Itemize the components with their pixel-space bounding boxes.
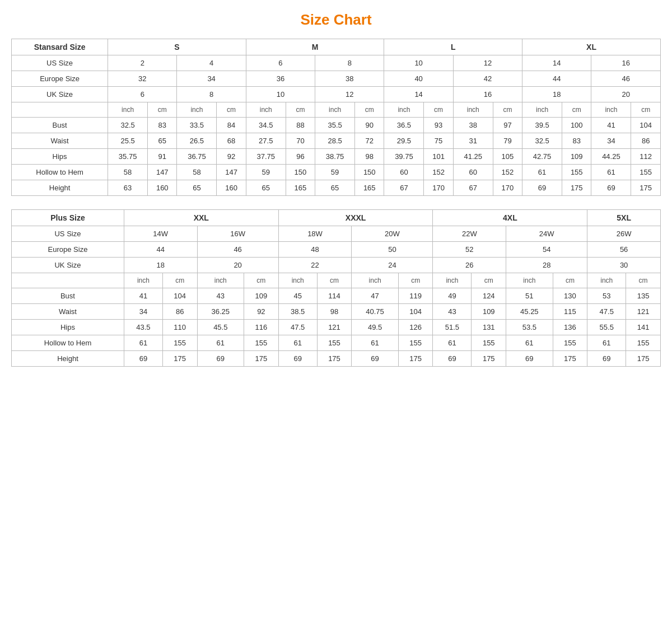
plus-unit-6: inch — [352, 273, 398, 288]
cell: 104 — [631, 118, 661, 133]
plus-size-label: Plus Size — [12, 210, 124, 226]
plus-us-26w: 26W — [587, 226, 661, 242]
cell: 152 — [424, 165, 453, 180]
cell: 75 — [424, 133, 453, 149]
us-size-row: US Size 2 4 6 8 10 12 14 16 — [12, 55, 661, 71]
cell: 41 — [124, 288, 162, 304]
table-row: Height6917569175691756917569175691756917… — [12, 351, 661, 367]
cell: 124 — [472, 288, 506, 304]
cell: 45 — [278, 288, 317, 304]
cell: 26.5 — [177, 133, 217, 149]
europe-size-row: Europe Size 32 34 36 38 40 42 44 46 — [12, 71, 661, 87]
plus-unit-12: inch — [587, 273, 626, 288]
5xl-header: 5XL — [587, 210, 661, 226]
cell: 112 — [631, 149, 661, 165]
plus-us-20w: 20W — [352, 226, 433, 242]
cell: 58 — [108, 165, 148, 180]
plus-eu-54: 54 — [506, 242, 587, 258]
cell: 152 — [493, 165, 522, 180]
plus-unit-5: cm — [317, 273, 352, 288]
cell: 69 — [587, 351, 626, 367]
cell: 49 — [433, 288, 472, 304]
cell: 68 — [217, 133, 246, 149]
cell: 150 — [286, 165, 315, 180]
cell: 69 — [352, 351, 398, 367]
cell: 155 — [317, 335, 352, 351]
cell: 175 — [631, 180, 661, 196]
cell: 69 — [506, 351, 553, 367]
cell: 101 — [424, 149, 453, 165]
cell: 44.25 — [591, 149, 631, 165]
cell: 83 — [148, 118, 177, 133]
cell: 97 — [493, 118, 522, 133]
eu-36: 36 — [246, 71, 315, 87]
plus-unit-empty — [12, 273, 124, 288]
table-row: Waist25.56526.56827.57028.57229.57531793… — [12, 133, 661, 149]
cell: 114 — [317, 288, 352, 304]
cell: 34 — [124, 304, 162, 320]
plus-unit-8: inch — [433, 273, 472, 288]
plus-uk-18: 18 — [124, 258, 197, 273]
cell: 155 — [631, 165, 661, 180]
size-group-row: Stansard Size S M L XL — [12, 39, 661, 55]
table-row: Hollow to Hem611556115561155611556115561… — [12, 335, 661, 351]
cell: 115 — [553, 304, 587, 320]
cell: 109 — [472, 304, 506, 320]
cell: 37.75 — [246, 149, 286, 165]
cell: 43 — [197, 288, 244, 304]
cell: 116 — [244, 320, 279, 335]
cell: 175 — [244, 351, 279, 367]
cell: 136 — [553, 320, 587, 335]
unit-3: cm — [217, 102, 246, 118]
uk-20: 20 — [591, 87, 661, 102]
plus-europe-size-label: Europe Size — [12, 242, 124, 258]
cell: 32.5 — [522, 133, 562, 149]
l-header: L — [384, 39, 522, 55]
cell: 69 — [197, 351, 244, 367]
cell: 34.5 — [246, 118, 286, 133]
cell: 63 — [108, 180, 148, 196]
cell: 27.5 — [246, 133, 286, 149]
cell: 86 — [631, 133, 661, 149]
cell: 61 — [591, 165, 631, 180]
cell: 39.5 — [522, 118, 562, 133]
eu-32: 32 — [108, 71, 177, 87]
cell: 121 — [317, 320, 352, 335]
cell: 100 — [562, 118, 591, 133]
cell: 32.5 — [108, 118, 148, 133]
cell: 155 — [244, 335, 279, 351]
measurement-label: Bust — [12, 118, 108, 133]
uk-16: 16 — [453, 87, 522, 102]
cell: 175 — [553, 351, 587, 367]
cell: 65 — [246, 180, 286, 196]
measurement-label: Waist — [12, 133, 108, 149]
cell: 121 — [626, 304, 661, 320]
s-header: S — [108, 39, 246, 55]
plus-us-size-label: US Size — [12, 226, 124, 242]
unit-6: inch — [315, 102, 355, 118]
cell: 61 — [506, 335, 553, 351]
cell: 61 — [352, 335, 398, 351]
cell: 175 — [398, 351, 433, 367]
cell: 34 — [591, 133, 631, 149]
cell: 60 — [384, 165, 424, 180]
unit-row-2: inch cm inch cm inch cm inch cm inch cm … — [12, 273, 661, 288]
page-title: Size Chart — [11, 11, 661, 29]
eu-44: 44 — [522, 71, 591, 87]
cell: 45.5 — [197, 320, 244, 335]
plus-uk-30: 30 — [587, 258, 661, 273]
unit-empty — [12, 102, 108, 118]
uk-size-label: UK Size — [12, 87, 108, 102]
cell: 42.75 — [522, 149, 562, 165]
unit-0: inch — [108, 102, 148, 118]
uk-6: 6 — [108, 87, 177, 102]
cell: 61 — [433, 335, 472, 351]
table-row: Bust41104431094511447119491245113053135 — [12, 288, 661, 304]
cell: 175 — [162, 351, 197, 367]
cell: 38.75 — [315, 149, 355, 165]
cell: 49.5 — [352, 320, 398, 335]
unit-14: inch — [591, 102, 631, 118]
unit-1: cm — [148, 102, 177, 118]
table-row: Hips43.511045.511647.512149.512651.51315… — [12, 320, 661, 335]
uk-14: 14 — [384, 87, 453, 102]
